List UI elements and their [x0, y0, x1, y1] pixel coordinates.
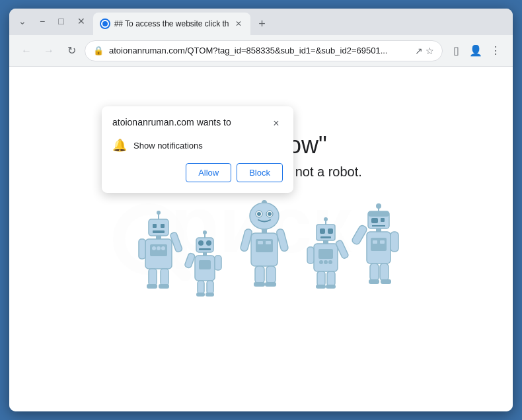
- svg-rect-30: [184, 252, 196, 268]
- svg-rect-88: [369, 279, 379, 284]
- tab-title: ## To access the website click th: [114, 19, 229, 28]
- svg-point-65: [328, 260, 332, 264]
- svg-rect-86: [370, 263, 379, 281]
- svg-rect-8: [153, 230, 165, 233]
- svg-rect-47: [266, 241, 271, 244]
- svg-rect-29: [199, 260, 211, 269]
- page-content: риск atoionanruman.com wants to × 🔔 Show…: [9, 67, 513, 411]
- sidebar-icon[interactable]: ▯: [447, 42, 465, 60]
- active-tab[interactable]: ## To access the website click th ✕: [93, 13, 250, 35]
- chevron-down-icon[interactable]: ⌄: [15, 15, 30, 28]
- svg-rect-15: [139, 239, 145, 259]
- more-options-button[interactable]: ⋮: [486, 42, 505, 60]
- address-bar-icons: ↗ ☆: [415, 46, 434, 56]
- omnibox-bar: ← → ↻ 🔒 atoionanruman.com/QTOM?tag_id=85…: [9, 35, 513, 67]
- svg-rect-19: [147, 284, 157, 289]
- tab-close-button[interactable]: ✕: [233, 18, 244, 29]
- svg-rect-87: [380, 263, 389, 281]
- svg-rect-81: [371, 238, 387, 251]
- svg-rect-76: [371, 218, 378, 223]
- account-icon[interactable]: 👤: [466, 42, 485, 60]
- svg-rect-20: [159, 284, 169, 289]
- minimize-button[interactable]: −: [36, 15, 49, 28]
- lock-icon: 🔒: [93, 46, 104, 55]
- svg-rect-84: [351, 224, 367, 245]
- svg-rect-18: [161, 269, 168, 285]
- svg-rect-50: [255, 266, 264, 283]
- address-bar[interactable]: 🔒 atoionanruman.com/QTOM?tag_id=858335&s…: [85, 40, 443, 61]
- svg-rect-83: [380, 240, 385, 244]
- svg-rect-62: [318, 249, 333, 259]
- url-text: atoionanruman.com/QTOM?tag_id=858335&sub…: [109, 46, 410, 55]
- svg-rect-69: [327, 271, 335, 286]
- svg-point-55: [324, 217, 328, 221]
- svg-point-73: [376, 203, 381, 209]
- popup-title: atoionanruman.com wants to: [112, 117, 231, 127]
- bookmark-icon[interactable]: ☆: [426, 46, 434, 56]
- svg-rect-7: [161, 224, 165, 228]
- svg-rect-75: [368, 211, 389, 217]
- share-icon[interactable]: ↗: [415, 46, 423, 56]
- allow-button[interactable]: Allow: [186, 163, 231, 182]
- new-tab-button[interactable]: +: [253, 15, 272, 33]
- svg-point-63: [319, 260, 323, 264]
- svg-rect-45: [256, 239, 273, 252]
- tab-area: ## To access the website click th ✕ +: [93, 9, 507, 35]
- svg-rect-70: [316, 285, 326, 289]
- svg-point-4: [157, 211, 161, 215]
- svg-rect-31: [215, 256, 221, 270]
- back-button[interactable]: ←: [17, 42, 36, 60]
- block-button[interactable]: Block: [237, 163, 283, 182]
- svg-point-38: [250, 203, 279, 229]
- svg-rect-52: [254, 282, 265, 287]
- svg-rect-59: [320, 236, 331, 238]
- svg-point-41: [257, 212, 261, 216]
- notification-label: Show notifications: [133, 141, 203, 151]
- popup-notification-row: 🔔 Show notifications: [112, 138, 283, 153]
- browser-menu-area: ▯ 👤 ⋮: [447, 42, 505, 60]
- svg-point-24: [198, 240, 204, 246]
- svg-rect-43: [262, 229, 267, 233]
- window-controls: ⌄ − □ ✕: [15, 15, 89, 28]
- svg-rect-35: [205, 293, 214, 297]
- svg-rect-34: [196, 293, 205, 297]
- title-bar: ⌄ − □ ✕ ## To access the website click t…: [9, 9, 513, 35]
- svg-rect-33: [207, 281, 213, 294]
- popup-buttons: Allow Block: [112, 163, 283, 182]
- svg-rect-46: [258, 241, 263, 244]
- maximize-button[interactable]: □: [54, 15, 67, 28]
- svg-rect-71: [326, 285, 336, 289]
- tab-favicon-icon: [100, 18, 110, 29]
- svg-point-64: [324, 260, 328, 264]
- svg-rect-66: [307, 247, 314, 263]
- refresh-button[interactable]: ↻: [62, 42, 81, 60]
- robots-illustration: [122, 199, 400, 332]
- popup-close-button[interactable]: ×: [270, 117, 283, 130]
- close-button[interactable]: ✕: [73, 15, 89, 28]
- svg-rect-17: [149, 269, 157, 285]
- svg-rect-26: [199, 248, 211, 250]
- svg-rect-68: [317, 271, 325, 286]
- svg-rect-32: [198, 281, 204, 294]
- svg-rect-89: [381, 279, 391, 284]
- svg-point-22: [203, 230, 207, 234]
- svg-rect-57: [320, 228, 325, 234]
- svg-rect-58: [328, 228, 333, 234]
- svg-rect-51: [266, 266, 276, 283]
- browser-window: ⌄ − □ ✕ ## To access the website click t…: [9, 9, 513, 411]
- svg-point-13: [157, 246, 161, 250]
- svg-rect-85: [391, 232, 398, 252]
- svg-point-14: [161, 246, 165, 250]
- svg-point-12: [152, 246, 156, 250]
- forward-button[interactable]: →: [40, 42, 58, 60]
- permission-popup: atoionanruman.com wants to × 🔔 Show noti…: [102, 106, 293, 193]
- svg-rect-82: [373, 240, 377, 244]
- svg-rect-6: [153, 224, 157, 228]
- bell-icon: 🔔: [112, 138, 127, 153]
- svg-point-42: [268, 212, 272, 216]
- svg-point-25: [206, 240, 211, 246]
- popup-header: atoionanruman.com wants to ×: [112, 117, 283, 130]
- svg-rect-5: [149, 219, 168, 236]
- svg-rect-77: [381, 218, 385, 222]
- svg-rect-53: [265, 282, 276, 287]
